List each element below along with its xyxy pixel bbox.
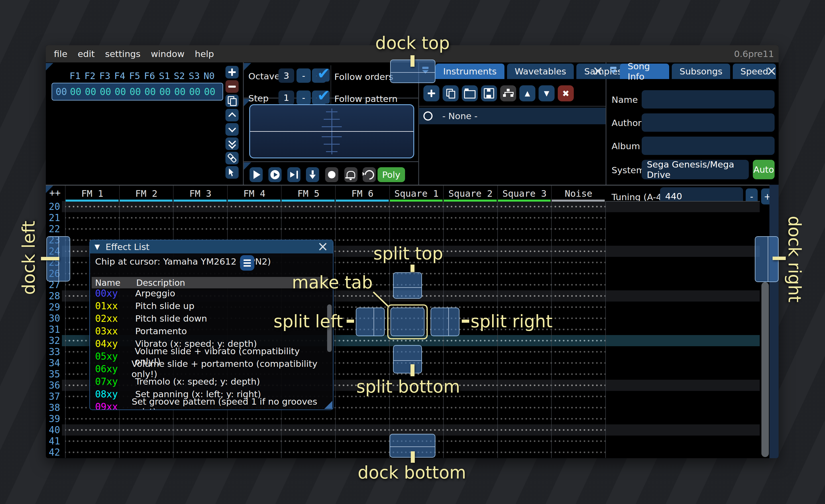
- channel-header-fm-1[interactable]: FM 1: [65, 185, 119, 201]
- instrument-open-button[interactable]: [462, 85, 478, 101]
- channel-header-fm-4[interactable]: FM 4: [227, 185, 281, 201]
- resize-grip[interactable]: [324, 401, 332, 409]
- order-select-mode-button[interactable]: [225, 166, 239, 179]
- order-value-8[interactable]: 00: [188, 86, 202, 97]
- follow-pattern-checkbox[interactable]: ✔: [316, 90, 330, 104]
- instrument-duplicate-button[interactable]: [443, 85, 459, 101]
- system-auto-button[interactable]: Auto: [753, 160, 774, 179]
- instrument-save-button[interactable]: [481, 85, 497, 101]
- minus-icon: [228, 86, 236, 88]
- channel-header-square-3[interactable]: Square 3: [497, 185, 551, 201]
- tab-subsongs[interactable]: Subsongs: [672, 64, 730, 79]
- octave-value[interactable]: 3: [279, 69, 294, 83]
- channel-name: FM 1: [81, 188, 103, 199]
- menu-item-help[interactable]: help: [195, 49, 214, 59]
- order-deep-clone-button[interactable]: [225, 152, 239, 164]
- songinfo-close-icon[interactable]: ×: [766, 64, 777, 77]
- channel-header-noise[interactable]: Noise: [551, 185, 605, 201]
- order-add-button[interactable]: [225, 66, 239, 78]
- channel-header-fm-3[interactable]: FM 3: [173, 185, 227, 201]
- effect-code: 03xx: [95, 326, 135, 337]
- pattern-scrollbar-thumb[interactable]: [761, 282, 769, 457]
- order-value-0[interactable]: 00: [68, 86, 83, 97]
- metronome-button[interactable]: [344, 167, 358, 182]
- order-move-up-button[interactable]: [225, 109, 239, 121]
- collapse-arrow-icon[interactable]: [609, 67, 618, 74]
- order-move-bottom-button[interactable]: [225, 138, 239, 150]
- order-value-6[interactable]: 00: [158, 86, 172, 97]
- menu-item-edit[interactable]: edit: [78, 49, 95, 59]
- pattern-row-20[interactable]: 20: [46, 201, 778, 212]
- name-input[interactable]: [642, 90, 774, 108]
- step-row-button[interactable]: [306, 167, 319, 182]
- order-value-2[interactable]: 00: [98, 86, 113, 97]
- empty-pattern-cells[interactable]: [65, 413, 605, 424]
- step-minus-button[interactable]: -: [297, 90, 311, 105]
- empty-pattern-cells[interactable]: [65, 447, 605, 458]
- system-input[interactable]: Sega Genesis/Mega Drive: [642, 160, 749, 179]
- instrument-add-button[interactable]: [424, 85, 439, 101]
- split-right-target[interactable]: [431, 308, 459, 336]
- channel-name: FM 2: [135, 188, 157, 199]
- split-preview-line: [374, 308, 374, 336]
- instrument-folders-button[interactable]: [500, 85, 516, 101]
- order-remove-button[interactable]: [225, 80, 239, 93]
- empty-pattern-cells[interactable]: [65, 201, 605, 212]
- instruments-close-icon[interactable]: ×: [592, 64, 604, 77]
- follow-orders-checkbox[interactable]: ✔: [316, 69, 330, 82]
- split-bottom-target[interactable]: [393, 345, 422, 373]
- order-move-down-button[interactable]: [225, 123, 239, 136]
- split-top-target[interactable]: [393, 272, 422, 299]
- repeat-pattern-button[interactable]: [363, 167, 376, 182]
- empty-pattern-cells[interactable]: [65, 424, 605, 435]
- empty-pattern-cells[interactable]: [65, 223, 605, 235]
- record-button[interactable]: [325, 167, 338, 182]
- menu-item-window[interactable]: window: [151, 49, 184, 59]
- channel-header-fm-2[interactable]: FM 2: [119, 185, 173, 201]
- order-value-5[interactable]: 00: [143, 86, 158, 97]
- channel-header-fm-5[interactable]: FM 5: [281, 185, 335, 201]
- effect-list-close-icon[interactable]: ×: [317, 240, 328, 253]
- order-value-7[interactable]: 00: [172, 86, 188, 97]
- instrument-move-up-button[interactable]: ▲: [519, 85, 535, 101]
- effect-list-titlebar[interactable]: ▼ Effect List ×: [90, 240, 333, 253]
- step-value[interactable]: 1: [279, 90, 294, 105]
- tab-instruments[interactable]: Instruments: [435, 64, 505, 79]
- menu-item-settings[interactable]: settings: [105, 49, 141, 59]
- tab-wavetables[interactable]: Wavetables: [507, 64, 574, 79]
- collapse-triangle-icon[interactable]: ▼: [94, 243, 100, 251]
- tab-song-info[interactable]: Song Info: [620, 64, 669, 79]
- pattern-row-21[interactable]: 21: [46, 212, 778, 223]
- instrument-delete-button[interactable]: ✖: [558, 85, 574, 101]
- order-value-3[interactable]: 00: [113, 86, 128, 97]
- poly-button[interactable]: Poly: [378, 167, 405, 182]
- play-row-button[interactable]: [287, 167, 300, 182]
- order-duplicate-button[interactable]: [225, 94, 239, 107]
- instrument-list-item[interactable]: - None -: [419, 108, 606, 124]
- album-input[interactable]: [642, 137, 774, 155]
- play-pattern-button[interactable]: [269, 167, 282, 182]
- effect-list-menu-button[interactable]: [240, 255, 254, 271]
- split-left-connector: [347, 320, 354, 323]
- channel-header-fm-6[interactable]: FM 6: [335, 185, 389, 201]
- split-left-target[interactable]: [356, 308, 385, 336]
- order-row-selected[interactable]: 0000000000000000000000: [52, 83, 223, 100]
- osc-waveform: [250, 131, 414, 132]
- pattern-expand-button[interactable]: ++: [49, 187, 61, 198]
- play-button[interactable]: [249, 167, 263, 182]
- channel-header-square-2[interactable]: Square 2: [443, 185, 497, 201]
- pattern-row-39[interactable]: 39: [46, 413, 778, 424]
- order-header-s3: S3: [187, 70, 202, 81]
- pattern-row-22[interactable]: 22: [46, 223, 778, 235]
- octave-minus-button[interactable]: -: [297, 69, 311, 83]
- order-value-9[interactable]: 00: [202, 86, 217, 97]
- empty-pattern-cells[interactable]: [65, 212, 605, 223]
- empty-pattern-cells[interactable]: [65, 435, 605, 447]
- order-header-n0: N0: [202, 70, 217, 81]
- menu-item-file[interactable]: file: [54, 49, 67, 59]
- order-value-4[interactable]: 00: [128, 86, 143, 97]
- channel-header-square-1[interactable]: Square 1: [389, 185, 443, 201]
- author-input[interactable]: [642, 113, 774, 132]
- order-value-1[interactable]: 00: [83, 86, 98, 97]
- instrument-move-down-button[interactable]: ▼: [538, 85, 554, 101]
